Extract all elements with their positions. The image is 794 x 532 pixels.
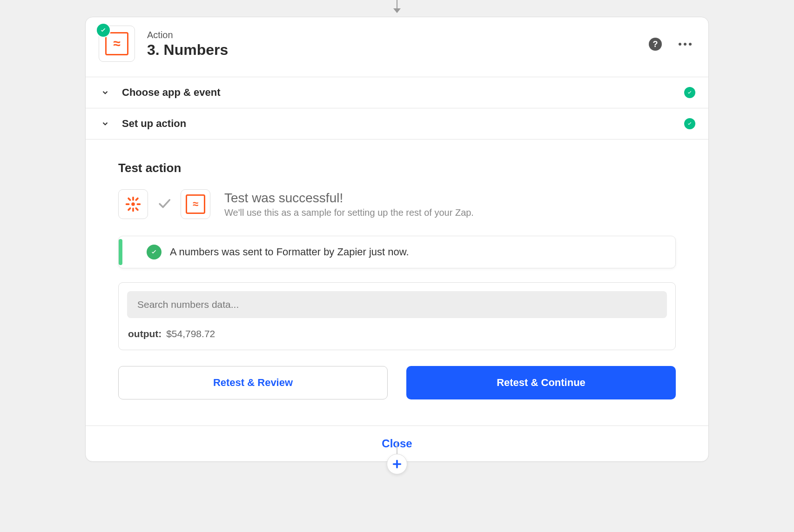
test-action-heading: Test action — [118, 161, 676, 175]
svg-rect-6 — [135, 207, 139, 211]
success-toast: A numbers was sent to Formatter by Zapie… — [118, 236, 676, 268]
test-passed-check-icon — [156, 195, 172, 213]
test-success-subtext: We'll use this as a sample for setting u… — [224, 207, 474, 218]
output-row: output: $54,798.72 — [127, 318, 667, 341]
step-title: 3. Numbers — [147, 41, 638, 59]
search-box — [127, 291, 667, 318]
section-label: Choose app & event — [122, 86, 220, 99]
section-label: Set up action — [122, 118, 186, 130]
retest-continue-button[interactable]: Retest & Continue — [406, 366, 676, 399]
more-options-icon[interactable] — [679, 43, 692, 46]
step-status-complete-icon — [96, 23, 111, 38]
retest-review-button[interactable]: Retest & Review — [118, 366, 388, 399]
formatter-icon: ≈ — [181, 189, 210, 219]
toast-message: A numbers was sent to Formatter by Zapie… — [170, 246, 409, 258]
add-step-node — [387, 442, 407, 474]
test-button-row: Retest & Review Retest & Continue — [118, 366, 676, 399]
help-icon[interactable]: ? — [649, 38, 662, 51]
svg-rect-8 — [127, 207, 131, 211]
test-success-headline: Test was successful! — [224, 191, 474, 206]
section-choose-app-event[interactable]: Choose app & event — [86, 77, 708, 108]
chevron-down-icon — [100, 87, 111, 98]
chevron-down-icon — [100, 118, 111, 129]
section-complete-icon — [684, 87, 695, 98]
output-value: $54,798.72 — [166, 328, 215, 339]
section-complete-icon — [684, 118, 695, 129]
svg-rect-2 — [132, 208, 134, 212]
incoming-connector — [393, 0, 401, 13]
section-test-action: Test action ≈ Test was successful! We'll… — [86, 139, 708, 426]
output-key: output: — [128, 328, 161, 339]
zapier-icon — [118, 189, 148, 219]
svg-rect-5 — [127, 197, 131, 201]
svg-rect-7 — [135, 197, 139, 201]
svg-rect-1 — [132, 197, 134, 201]
svg-rect-4 — [137, 203, 141, 205]
app-icon-wrapper: ≈ — [99, 26, 136, 63]
check-circle-icon — [147, 245, 161, 259]
svg-point-0 — [131, 202, 135, 206]
svg-rect-3 — [126, 203, 130, 205]
step-header: ≈ Action 3. Numbers ? — [86, 17, 708, 77]
search-input[interactable] — [136, 299, 658, 311]
add-step-button[interactable] — [387, 454, 407, 474]
action-step-card: ≈ Action 3. Numbers ? Choose app & event — [85, 17, 709, 462]
test-flow-row: ≈ Test was successful! We'll use this as… — [118, 189, 676, 219]
section-set-up-action[interactable]: Set up action — [86, 108, 708, 139]
step-category-label: Action — [147, 30, 638, 40]
test-data-panel: output: $54,798.72 — [118, 282, 676, 350]
